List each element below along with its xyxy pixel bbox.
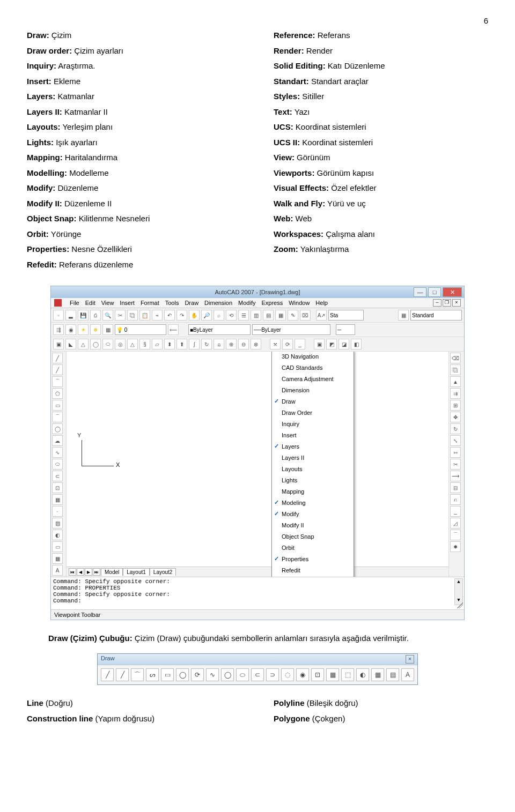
offset-icon[interactable]: ⇉ [450,388,461,399]
scroll-up-icon[interactable]: ▲ [455,579,462,585]
stretch-icon[interactable]: ⇿ [450,447,461,458]
draw-tool-button-11[interactable]: ⊃ [266,668,279,681]
polygon-icon[interactable]: ⬠ [52,388,63,399]
break-icon[interactable]: ⎌ [450,494,461,505]
redo-icon[interactable]: ↷ [176,310,187,321]
arc-icon[interactable]: ⌒ [52,412,63,422]
context-item[interactable]: Orbit [272,542,354,553]
child-minimize-button[interactable]: – [433,299,442,307]
draw-tool-button-2[interactable]: ⌒ [131,668,144,681]
context-item[interactable]: Reference [272,576,354,577]
context-item[interactable]: Mapping [272,486,354,497]
context-item[interactable]: ✓Draw [272,396,354,407]
standard-dropdown[interactable]: Standard [410,310,462,321]
cut-icon[interactable]: ✂ [115,310,126,321]
draw-tool-button-15[interactable]: ▦ [326,668,339,681]
erase-icon[interactable]: ⌫ [450,353,461,363]
draw-tool-button-12[interactable]: ◌ [281,668,294,681]
linetype-dropdown[interactable]: ── ByLayer [252,324,330,335]
rotate-icon[interactable]: ↻ [450,423,461,434]
draw-tool-button-1[interactable]: ╱ [116,668,129,681]
context-item[interactable]: Object Snap [272,531,354,542]
circle-icon[interactable]: ◯ [52,423,63,434]
context-item[interactable]: CAD Standards [272,362,354,373]
draw-tool-button-13[interactable]: ◉ [296,668,309,681]
array-icon[interactable]: ⊞ [450,400,461,411]
insert-block-icon[interactable]: ⊡ [52,482,63,493]
polyline-icon[interactable]: ⌒ [52,376,63,387]
draw-tool-button-20[interactable]: A [401,668,414,681]
trim-icon[interactable]: ✂ [450,459,461,470]
context-item[interactable]: Layers II [272,452,354,463]
print-icon[interactable]: ⎙ [90,310,101,321]
tab-last-button[interactable]: ⏭ [93,568,100,576]
menu-help[interactable]: Help [315,300,328,306]
draw-tool-button-10[interactable]: ⊂ [251,668,264,681]
presspull-icon[interactable]: ⬆ [176,339,187,349]
draw-tool-button-0[interactable]: ╱ [101,668,114,681]
context-item[interactable]: Draw Order [272,407,354,418]
context-item[interactable]: Inquiry [272,418,354,429]
spline-icon[interactable]: ∿ [52,447,63,458]
context-item[interactable]: ✓Modeling [272,497,354,508]
cmd-scrollbar[interactable]: ▲ ▼ [454,578,463,605]
context-item[interactable]: Refedit [272,564,354,576]
tab-model[interactable]: Model [101,568,123,576]
menu-express[interactable]: Express [261,300,283,306]
style-dropdown[interactable]: Sta [328,310,364,321]
cylinder-icon[interactable]: ⬭ [102,339,113,349]
line-icon[interactable]: ╱ [52,353,63,363]
copy-icon[interactable]: ⿻ [127,310,138,321]
tab-next-button[interactable]: ▶ [85,568,92,576]
view-cube2-icon[interactable]: ◩ [326,339,337,349]
move-icon[interactable]: ✥ [450,412,461,422]
box-icon[interactable]: ▣ [53,339,64,349]
menu-edit[interactable]: Edit [85,300,95,306]
join-icon[interactable]: ⎯ [450,506,461,517]
layer-manager-icon[interactable]: ⇶ [53,324,64,335]
tab-prev-button[interactable]: ◀ [77,568,84,576]
open-icon[interactable]: ▂ [65,310,76,321]
point-icon[interactable]: · [52,506,63,517]
lineweight-dropdown[interactable]: ─ [336,324,355,335]
draw-tool-button-14[interactable]: ⊡ [311,668,324,681]
cone-icon[interactable]: △ [78,339,89,349]
paste-icon[interactable]: 📋 [139,310,150,321]
match-icon[interactable]: ⌁ [152,310,163,321]
xline-icon[interactable]: ╱ [52,364,63,375]
save-icon[interactable]: 💾 [78,310,89,321]
preview-icon[interactable]: 🔍 [102,310,113,321]
menu-draw[interactable]: Draw [185,300,198,306]
tab-layout1[interactable]: Layout1 [123,568,150,576]
draw-toolbar-close-button[interactable]: × [406,655,414,664]
ellipse-arc-icon[interactable]: ⊂ [52,471,63,481]
context-item[interactable]: ✓Properties [272,553,354,564]
menu-format[interactable]: Format [141,300,159,306]
markup-icon[interactable]: ✎ [288,310,298,321]
menu-tools[interactable]: Tools [165,300,179,306]
tab-layout2[interactable]: Layout2 [150,568,176,576]
resize-grip-icon[interactable] [457,602,463,608]
extend-icon[interactable]: ⟶ [450,471,461,481]
new-icon[interactable]: ▫ [53,310,64,321]
3dalign-icon[interactable]: ⎯ [295,339,305,349]
draw-tool-button-5[interactable]: ◯ [176,668,189,681]
mirror-icon[interactable]: ▲ [450,376,461,387]
text-style-icon[interactable]: A↗ [316,310,327,321]
draw-tool-button-6[interactable]: ⟳ [191,668,204,681]
make-block-icon[interactable]: ▦ [52,494,63,505]
pan-icon[interactable]: ✋ [189,310,200,321]
view-cube1-icon[interactable]: ▣ [314,339,325,349]
view-cube4-icon[interactable]: ◧ [351,339,362,349]
child-restore-button[interactable]: ❐ [443,299,451,307]
drawing-canvas[interactable]: Y X ⏮ ◀ ▶ ⏭ ModelLayout1Layout2 3D Navig… [67,352,448,577]
context-item[interactable]: Modify II [272,519,354,531]
minimize-button[interactable]: — [414,287,426,297]
sphere-icon[interactable]: ◯ [90,339,101,349]
zoom-win-icon[interactable]: ⌕ [214,310,224,321]
copy-obj-icon[interactable]: ⿻ [450,364,461,375]
explode-icon[interactable]: ✸ [450,541,461,552]
chamfer-icon[interactable]: ◿ [450,518,461,528]
menu-view[interactable]: View [101,300,114,306]
sheet-icon[interactable]: ▦ [275,310,286,321]
